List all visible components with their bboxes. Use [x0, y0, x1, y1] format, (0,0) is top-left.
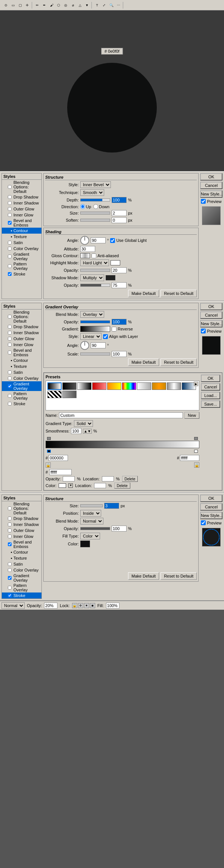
bevel-angle-dial[interactable]	[80, 236, 89, 245]
go-scale-input[interactable]	[112, 351, 127, 357]
preset-stripes[interactable]	[47, 391, 62, 398]
sidebar2-pattern-overlay[interactable]: Pattern Overlay	[2, 391, 41, 401]
sidebar3-contour[interactable]: ▪Contour	[2, 549, 41, 555]
hex-bottom-input[interactable]	[49, 469, 72, 475]
bevel-soften-slider[interactable]	[80, 219, 110, 222]
bevel-highlight-color[interactable]	[111, 260, 120, 265]
lock-icon-4[interactable]: ■	[90, 603, 95, 608]
sidebar1-inner-shadow-check[interactable]	[8, 201, 12, 205]
bevel-angle-input[interactable]	[91, 237, 106, 243]
lock-icon-right[interactable]: 🔒	[194, 462, 199, 468]
opacity-input[interactable]	[44, 603, 57, 609]
go-angle-dial[interactable]	[80, 341, 89, 350]
go-angle-input[interactable]	[91, 342, 106, 348]
sidebar1-bevel-check[interactable]	[8, 221, 12, 225]
sidebar1-contour[interactable]: ▪Contour	[2, 228, 41, 234]
bevel-highlight-opacity-input[interactable]	[112, 267, 127, 273]
stroke-opacity-slider[interactable]	[80, 527, 110, 530]
sidebar3-inner-shadow[interactable]: Inner Shadow	[2, 521, 41, 527]
stroke-cancel-btn[interactable]: Cancel	[200, 503, 223, 511]
sidebar2-color-overlay[interactable]: Color Overlay	[2, 375, 41, 381]
gp-save-btn[interactable]: Save...	[201, 400, 220, 408]
mode-select[interactable]: Normal	[1, 602, 25, 609]
toolbar-btn-pen2[interactable]: ✒	[41, 2, 48, 9]
sidebar2-texture[interactable]: ▪Texture	[2, 363, 41, 369]
sidebar1-texture[interactable]: ▪Texture	[2, 234, 41, 240]
sidebar1-bevel[interactable]: Bevel and Emboss	[2, 218, 41, 228]
stroke-position-select[interactable]: Inside	[80, 510, 101, 517]
sidebar1-pattern-overlay-check[interactable]	[8, 264, 12, 268]
presets-arrow[interactable]: ▶	[194, 382, 198, 386]
toolbar-btn-stamp[interactable]: ◎	[62, 2, 69, 9]
toolbar-btn-drop[interactable]: ▼	[84, 2, 90, 9]
color-stop-right[interactable]	[194, 450, 198, 453]
bevel-gloss-swatch[interactable]	[80, 253, 90, 258]
sidebar2-stroke[interactable]: Stroke	[2, 401, 41, 407]
sidebar1-gradient-overlay-check[interactable]	[8, 255, 12, 258]
stroke-reset-btn[interactable]: Reset to Default	[161, 572, 197, 580]
stroke-opacity-input[interactable]	[112, 526, 127, 532]
sidebar2-inner-glow[interactable]: Inner Glow	[2, 342, 41, 348]
bevel-shadow-color[interactable]	[106, 275, 115, 280]
stop-color-arrow[interactable]: ▼	[68, 483, 73, 488]
bevel-cancel-btn[interactable]: Cancel	[200, 182, 223, 189]
sidebar1-drop-shadow-check[interactable]	[8, 195, 12, 199]
stop-location-bottom-input[interactable]	[94, 483, 106, 488]
preset-check[interactable]	[62, 391, 77, 398]
bevel-shadow-select[interactable]: Multiply	[80, 274, 104, 281]
sidebar2-outer-glow[interactable]: Outer Glow	[2, 336, 41, 342]
hex-right-input[interactable]	[180, 455, 199, 461]
go-reset-btn[interactable]: Reset to Default	[161, 358, 197, 366]
sidebar1-satin[interactable]: Satin	[2, 240, 41, 246]
go-cancel-btn[interactable]: Cancel	[200, 311, 223, 319]
toolbar-btn-brush[interactable]: 🖌	[48, 2, 55, 9]
bevel-ok-btn[interactable]: OK	[200, 173, 223, 181]
gp-load-btn[interactable]: Load...	[201, 392, 220, 399]
bevel-direction-up[interactable]: Up	[80, 204, 91, 209]
sidebar1-outer-glow[interactable]: Outer Glow	[2, 206, 41, 212]
stroke-size-slider[interactable]	[80, 504, 103, 507]
stroke-new-style-btn[interactable]: New Style...	[200, 512, 223, 519]
go-style-select[interactable]: Linear	[80, 333, 102, 340]
bevel-soften-input[interactable]	[112, 217, 127, 223]
toolbar-btn-pen1[interactable]: ✏	[34, 2, 41, 9]
sidebar3-color-overlay[interactable]: Color Overlay	[2, 567, 41, 573]
preset-red[interactable]	[92, 382, 106, 390]
toolbar-btn-zoom[interactable]: 🔍	[108, 2, 115, 9]
sidebar2-gradient-overlay[interactable]: Gradient Overlay	[2, 381, 41, 391]
sidebar1-gradient-overlay[interactable]: Gradient Overlay	[2, 252, 41, 261]
stroke-color-swatch[interactable]	[80, 541, 90, 547]
hex-left-input[interactable]	[49, 455, 68, 461]
bevel-anti-aliased[interactable]: Anti-aliased	[91, 253, 119, 258]
preset-transp[interactable]	[77, 382, 91, 390]
bevel-technique-select[interactable]: Smooth	[80, 189, 104, 196]
opacity-stop-left[interactable]	[47, 437, 51, 440]
bevel-global-light[interactable]: Use Global Light	[110, 238, 146, 243]
bevel-size-input[interactable]	[112, 210, 127, 216]
bevel-size-slider[interactable]	[80, 212, 110, 215]
toolbar-btn-heal[interactable]: ⌀	[69, 2, 76, 9]
toolbar-btn-type[interactable]: T	[94, 2, 100, 9]
sidebar2-inner-shadow[interactable]: Inner Shadow	[2, 330, 41, 336]
stop-delete-top-btn[interactable]: Delete	[122, 476, 138, 482]
sidebar3-pattern-overlay[interactable]: Pattern Overlay	[2, 583, 41, 592]
sidebar1-inner-shadow[interactable]: Inner Shadow	[2, 200, 41, 206]
stroke-ok-btn[interactable]: OK	[200, 495, 223, 502]
bevel-highlight-select[interactable]: Hard Light	[80, 259, 109, 266]
sidebar2-drop-shadow[interactable]: Drop Shadow	[2, 324, 41, 330]
sidebar1-pattern-overlay[interactable]: Pattern Overlay	[2, 261, 41, 271]
stop-location-top-input[interactable]	[102, 476, 114, 481]
sidebar1-stroke-check[interactable]	[8, 272, 12, 276]
lock-icon-3[interactable]: ✦	[84, 603, 89, 608]
bevel-shadow-opacity-input[interactable]	[112, 282, 127, 288]
sidebar3-inner-glow[interactable]: Inner Glow	[2, 533, 41, 539]
sidebar1-stroke[interactable]: Stroke	[2, 271, 41, 277]
preset-copper[interactable]	[152, 382, 166, 390]
bevel-direction-down[interactable]: Down	[93, 204, 109, 209]
gp-cancel-btn[interactable]: Cancel	[201, 383, 220, 391]
stop-color-swatch[interactable]	[59, 483, 66, 488]
sidebar3-drop-shadow[interactable]: Drop Shadow	[2, 515, 41, 521]
sidebar3-texture[interactable]: ▪Texture	[2, 555, 41, 561]
grad-name-input[interactable]: Custom	[59, 412, 183, 418]
sidebar3-bevel[interactable]: Bevel and Emboss	[2, 539, 41, 549]
